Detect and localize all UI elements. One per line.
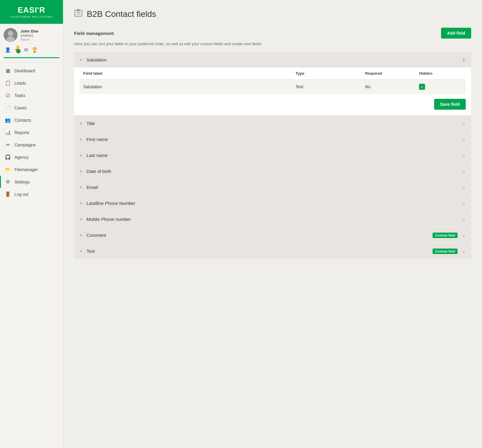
save-field-button[interactable]: Save field: [434, 99, 466, 110]
sidebar-item-label: Leads: [14, 81, 26, 86]
custom-field-badge: Custom field: [433, 249, 458, 254]
sidebar-item-filemanager[interactable]: 📁 Filemanager: [0, 163, 63, 176]
section-title: Field management: [74, 31, 114, 36]
user-label: Admin: [20, 38, 38, 41]
accordion-item-dob: +Date of birth⌄: [74, 164, 471, 179]
chevron-down-icon: ⌄: [462, 168, 466, 174]
plus-icon: +: [80, 249, 82, 254]
add-field-button[interactable]: Add field: [441, 28, 471, 39]
chevron-down-icon: ⌄: [462, 216, 466, 222]
leads-icon: 📋: [5, 80, 11, 86]
accordion-field-name: Test: [86, 249, 428, 254]
hidden-checkbox[interactable]: ✓: [419, 84, 425, 90]
accordion-item-title: +Title⌄: [74, 116, 471, 131]
sidebar-item-settings[interactable]: ⚙ Settings: [0, 176, 63, 188]
sidebar-item-logout[interactable]: 🚪 Log out: [0, 188, 63, 200]
accordion-field-name: Email: [86, 185, 458, 190]
accordion-header-firstname[interactable]: +First name⌄: [74, 132, 471, 147]
plus-icon: +: [80, 121, 82, 126]
accordion-field-name: Comment: [86, 233, 428, 238]
chevron-down-icon: ⌄: [462, 248, 466, 254]
sidebar-item-label: Dashboard: [14, 68, 35, 73]
accordion-header-dob[interactable]: +Date of birth⌄: [74, 164, 471, 179]
accordion-header-comment[interactable]: +CommentCustom field⌄: [74, 227, 471, 243]
logo-text: EASI'R: [10, 5, 52, 15]
chevron-up-icon: ⇧: [462, 57, 466, 63]
sidebar-item-leads[interactable]: 📋 Leads: [0, 77, 63, 89]
sidebar-item-tasks[interactable]: ☑ Tasks: [0, 89, 63, 102]
description-text: Here you can sort your fields in your pr…: [74, 42, 471, 46]
sidebar-item-label: Agency: [14, 155, 29, 160]
accordion-item-email: +Email⌄: [74, 180, 471, 195]
sidebar-item-reports[interactable]: 📊 Reports: [0, 126, 63, 139]
chevron-down-icon: ⌄: [462, 136, 466, 142]
profile-icon[interactable]: 👤: [5, 47, 11, 53]
col-header-type: Type: [292, 67, 362, 80]
sidebar-item-dashboard[interactable]: ▦ Dashboard: [0, 64, 63, 77]
plus-icon: +: [80, 185, 82, 190]
notification-icon[interactable]: 🔔 9: [14, 45, 20, 55]
trophy-icon[interactable]: 🏆: [32, 47, 38, 53]
tasks-icon: ☑: [5, 92, 11, 98]
chevron-down-icon: ⌄: [462, 184, 466, 190]
accordion-field-name: Landline Phone Number: [86, 201, 458, 206]
field-management-bar: Field management Add field: [74, 28, 471, 39]
custom-field-badge: Custom field: [433, 233, 458, 238]
chevron-down-icon: ⌄: [462, 200, 466, 206]
field-table: Field label Type Required Hidden Salutat…: [80, 67, 466, 94]
avatar: [4, 28, 17, 42]
field-label-cell: Salutation: [80, 80, 292, 94]
page-header: B2B Contact fields: [74, 9, 471, 19]
accordion-header-title[interactable]: +Title⌄: [74, 116, 471, 131]
accordion-header-salutation[interactable]: + Salutation ⇧: [74, 52, 471, 67]
user-section: John Doe (Admin) Admin 👤 🔔 9 ✉ 🏆: [0, 24, 63, 63]
logout-icon: 🚪: [5, 191, 11, 197]
sidebar-item-cases[interactable]: 📄 Cases: [0, 102, 63, 114]
accordion-item-landline: +Landline Phone Number⌄: [74, 196, 471, 211]
cases-icon: 📄: [5, 105, 11, 111]
contacts-icon: 👥: [5, 117, 11, 123]
sidebar-item-label: Campaigns: [14, 143, 36, 147]
sidebar-item-campaigns[interactable]: ✏ Campaigns: [0, 139, 63, 151]
accordion-field-name: Title: [86, 121, 458, 126]
filemanager-icon: 📁: [5, 167, 11, 172]
accordion-field-name: Salutation: [86, 57, 458, 62]
accordion-header-test[interactable]: +TestCustom field⌄: [74, 243, 471, 259]
accordion-field-name: Last name: [86, 153, 458, 158]
sidebar-item-contacts[interactable]: 👥 Contacts: [0, 114, 63, 126]
accordion-item-comment: +CommentCustom field⌄: [74, 227, 471, 243]
accordion-field-name: First name: [86, 137, 458, 142]
accordion-field-name: Mobile Phone number: [86, 217, 458, 222]
logo: EASI'R CUSTOMER RELATIONS: [10, 5, 52, 18]
col-header-label: Field label: [80, 67, 292, 80]
plus-icon: +: [80, 137, 82, 142]
sidebar-item-agency[interactable]: 🎧 Agency: [0, 151, 63, 163]
accordion-item-salutation: + Salutation ⇧ Field label Type Required…: [74, 52, 471, 115]
plus-icon: +: [80, 233, 82, 238]
user-info: John Doe (Admin) Admin: [20, 29, 38, 41]
page-title: B2B Contact fields: [87, 9, 156, 19]
sidebar-header: EASI'R CUSTOMER RELATIONS: [0, 0, 63, 24]
sidebar-item-label: Settings: [14, 180, 30, 184]
sidebar-item-label: Tasks: [14, 93, 25, 98]
chevron-down-icon: ⌄: [462, 152, 466, 158]
accordion-header-lastname[interactable]: +Last name⌄: [74, 148, 471, 163]
main-content: B2B Contact fields Field management Add …: [63, 0, 482, 448]
accordion-item-test: +TestCustom field⌄: [74, 243, 471, 259]
col-header-required: Required: [362, 67, 415, 80]
accordion-header-landline[interactable]: +Landline Phone Number⌄: [74, 196, 471, 211]
accordion-header-email[interactable]: +Email⌄: [74, 180, 471, 195]
plus-icon: +: [80, 169, 82, 174]
mail-icon[interactable]: ✉: [24, 47, 28, 53]
page-header-icon: [74, 9, 83, 19]
chevron-down-icon: ⌄: [462, 232, 466, 238]
col-header-hidden: Hidden: [415, 67, 466, 80]
plus-icon: +: [80, 217, 82, 222]
campaigns-icon: ✏: [5, 142, 11, 148]
table-row: Salutation Text No ✓: [80, 80, 466, 94]
sidebar-item-label: Filemanager: [14, 167, 38, 172]
plus-icon: +: [80, 201, 82, 206]
notification-badge: 9: [16, 49, 20, 53]
agency-icon: 🎧: [5, 154, 11, 160]
accordion-header-mobile[interactable]: +Mobile Phone number⌄: [74, 211, 471, 227]
